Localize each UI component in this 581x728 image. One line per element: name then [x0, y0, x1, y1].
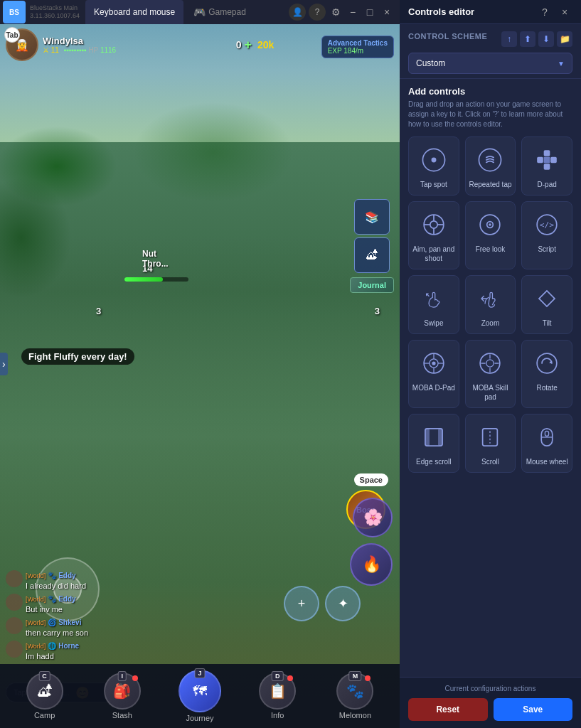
svg-point-28: [486, 360, 494, 367]
player-avatar: Tab 🧝: [6, 28, 38, 61]
skill-btn-2[interactable]: 🔥: [350, 543, 393, 586]
edge-scroll-icon: [418, 422, 449, 453]
save-button[interactable]: Save: [494, 698, 573, 721]
controls-grid: Tap spot Repeated tap: [408, 136, 572, 473]
tab-key-badge: Tab: [4, 27, 20, 43]
swipe-label: Swipe: [424, 318, 443, 328]
settings-icon[interactable]: ⚙: [329, 5, 343, 19]
svg-rect-37: [545, 431, 549, 436]
chat-msg-4: [World] 🌐 Horne Im hadd: [6, 641, 193, 661]
tactics-exp: EXP 184/m: [328, 47, 388, 55]
journal-panel: 📚 🏕 Journal: [350, 199, 394, 293]
control-moba-skill[interactable]: MOBA Skill pad: [465, 340, 516, 408]
control-tap-spot[interactable]: Tap spot: [408, 136, 459, 196]
aim-pan-shoot-label: Aim, pan and shoot: [412, 245, 456, 263]
chat-area: [World] 🐾 Eddy I already did hard [World…: [0, 567, 199, 667]
hp-fill: [124, 277, 163, 282]
nav-info[interactable]: D 📋 Info: [239, 673, 316, 719]
panel-titlebar: Controls editor ? ×: [400, 0, 581, 24]
info-key: D: [272, 671, 284, 681]
titlebar: BS BlueStacks Main 3.11.360.1007.64 Keyb…: [0, 0, 400, 24]
minimize-button[interactable]: −: [346, 5, 360, 19]
player-level: ⚔ 11 ▪▪▪▪▪▪▪▪▪ HP 1116: [43, 46, 116, 54]
journal-icon-2: 🏕: [354, 237, 390, 273]
control-script[interactable]: </> Script: [521, 201, 572, 269]
add-controls-title: Add controls: [408, 86, 572, 97]
save-file-icon[interactable]: ↑: [501, 31, 517, 47]
panel-close-icon[interactable]: ×: [557, 4, 572, 20]
melomon-circle: M 🐾: [336, 673, 373, 710]
action-buttons: + ✦: [284, 586, 361, 621]
edge-scroll-label: Edge scroll: [416, 457, 451, 466]
scheme-dropdown[interactable]: Custom ▼: [408, 53, 572, 74]
avatar-1: [6, 570, 23, 587]
nav-camp[interactable]: C 🏕 Camp: [6, 673, 83, 719]
control-free-look[interactable]: Free look: [465, 201, 516, 269]
action-btn-1[interactable]: +: [284, 586, 319, 621]
control-scroll[interactable]: Scroll: [465, 414, 516, 473]
tap-spot-label: Tap spot: [420, 180, 447, 189]
panel-help-icon[interactable]: ?: [537, 4, 553, 20]
svg-rect-4: [544, 164, 550, 170]
control-zoom[interactable]: Zoom: [465, 275, 516, 334]
free-look-label: Free look: [476, 245, 506, 254]
mouse-wheel-icon: [531, 422, 563, 453]
journal-button[interactable]: Journal: [350, 277, 394, 293]
svg-point-9: [430, 221, 437, 228]
journey-label: Journey: [186, 714, 213, 722]
svg-point-29: [537, 353, 557, 373]
nav-journey[interactable]: J 🗺 Journey: [161, 670, 238, 722]
tilt-label: Tilt: [543, 318, 552, 328]
camp-label: Camp: [34, 711, 55, 719]
melomon-dot: [365, 675, 371, 681]
enemy-hp-bar: [124, 277, 188, 282]
add-controls-desc: Drag and drop an action on your game scr…: [408, 100, 572, 129]
svg-point-22: [432, 361, 435, 365]
tactics-title: Advanced Tactics: [328, 39, 388, 47]
bottom-nav: C 🏕 Camp I 🎒 Stash J 🗺 Journey D: [0, 664, 400, 728]
repeated-tap-icon: [474, 144, 506, 176]
action-buttons-row: Reset Save: [408, 698, 572, 721]
dpad-label: D-pad: [538, 180, 557, 189]
camp-key: C: [38, 671, 50, 681]
control-tilt[interactable]: Tilt: [521, 275, 572, 334]
repeated-tap-label: Repeated tap: [469, 180, 511, 189]
chat-text-3: [World] 🌀 Shkevi then carry me son: [26, 617, 88, 638]
svg-point-16: [489, 223, 491, 225]
gamepad-tab[interactable]: 🎮 Gamepad: [185, 0, 255, 24]
nav-stash[interactable]: I 🎒 Stash: [83, 673, 161, 719]
share-icon[interactable]: ⬆: [520, 31, 535, 47]
add-controls-section: Add controls Drag and drop an action on …: [400, 79, 581, 677]
import-icon[interactable]: ⬇: [538, 31, 554, 47]
chat-msg-2: [World] 🐾 Eddy But inv me: [6, 594, 193, 614]
control-moba-dpad[interactable]: MOBA D-Pad: [408, 340, 459, 408]
folder-icon[interactable]: 📁: [557, 31, 572, 47]
control-mouse-wheel[interactable]: Mouse wheel: [521, 414, 572, 473]
help-icon[interactable]: ?: [309, 4, 326, 21]
person-icon[interactable]: 👤: [289, 4, 306, 21]
app-logo: BS: [3, 1, 26, 23]
control-aim-pan-shoot[interactable]: Aim, pan and shoot: [408, 201, 459, 269]
melomon-key: M: [349, 671, 362, 681]
reset-button[interactable]: Reset: [408, 698, 488, 721]
zoom-icon: [474, 283, 506, 314]
action-btn-2[interactable]: ✦: [325, 586, 361, 621]
chat-text-1: [World] 🐾 Eddy I already did hard: [26, 570, 86, 591]
moba-skill-icon: [474, 348, 506, 379]
left-edge-arrow[interactable]: ›: [0, 353, 8, 375]
maximize-button[interactable]: □: [363, 5, 377, 19]
svg-rect-6: [550, 157, 557, 164]
keyboard-mouse-tab[interactable]: Keyboard and mouse: [85, 0, 183, 24]
control-rotate[interactable]: Rotate: [521, 340, 572, 408]
control-swipe[interactable]: Swipe: [408, 275, 459, 334]
tilt-icon: [531, 283, 563, 314]
chat-text-2: [World] 🐾 Eddy But inv me: [26, 594, 76, 614]
control-repeated-tap[interactable]: Repeated tap: [465, 136, 516, 196]
nav-melomon[interactable]: M 🐾 Melomon: [316, 673, 394, 719]
skill-btn-1[interactable]: 🌸: [353, 498, 393, 537]
control-dpad[interactable]: D-pad: [521, 136, 572, 196]
tap-spot-icon: [418, 144, 449, 176]
svg-rect-31: [425, 429, 430, 446]
close-button[interactable]: ×: [380, 5, 394, 19]
control-edge-scroll[interactable]: Edge scroll: [408, 414, 459, 473]
